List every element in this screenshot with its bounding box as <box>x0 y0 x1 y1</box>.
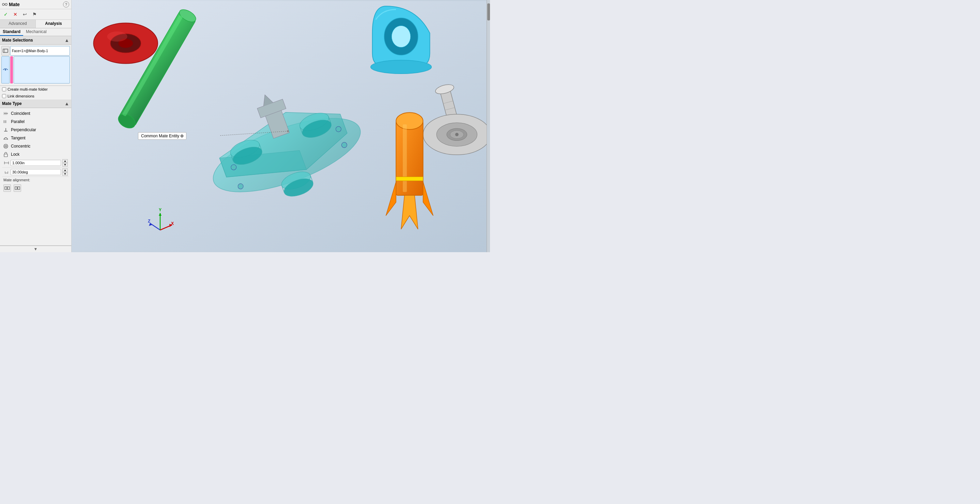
mate-selections-header[interactable]: Mate Selections ▲ <box>0 36 71 45</box>
perpendicular-label: Perpendicular <box>11 127 36 132</box>
svg-line-71 <box>150 223 160 230</box>
multi-mate-checkbox[interactable] <box>2 87 6 91</box>
dim-up-1[interactable]: ▲ <box>62 159 68 163</box>
red-washer <box>93 23 158 64</box>
mate-sel-input-2[interactable] <box>14 56 70 83</box>
dim-up-2[interactable]: ▲ <box>62 169 68 172</box>
parallel-icon <box>3 119 9 125</box>
mate-selections-area: Face<1>@Main Body-1 <box>0 45 71 86</box>
mate-icon <box>2 2 8 7</box>
mate-sel-icon-2 <box>2 56 10 83</box>
panel-title: Mate <box>2 2 20 7</box>
align-icon-2[interactable] <box>14 184 21 192</box>
svg-point-16 <box>5 146 6 146</box>
right-scroll-thumb[interactable] <box>487 3 490 21</box>
viewport-svg <box>72 0 487 252</box>
undo-button[interactable]: ↩ <box>21 10 29 18</box>
mate-alignment-label: Mate alignment: <box>3 178 30 182</box>
lock-icon <box>3 151 9 157</box>
svg-text:Y: Y <box>159 208 162 212</box>
panel-header: Mate ? <box>0 0 71 9</box>
dim-icon-1 <box>3 160 9 166</box>
coincident-icon <box>3 110 9 116</box>
svg-point-0 <box>2 3 5 5</box>
mate-type-collapse-icon: ▲ <box>64 101 69 107</box>
cme-label-text: Common Mate Entity <box>141 134 179 138</box>
checkbox-multi-mate: Create multi-mate folder <box>0 86 71 93</box>
mate-type-label: Mate Type <box>2 101 22 106</box>
panel-toolbar: ✓ ✕ ↩ ⚑ <box>0 9 71 20</box>
mate-type-perpendicular[interactable]: Perpendicular <box>2 126 69 134</box>
dim-input-1[interactable] <box>11 160 61 166</box>
subtab-mechanical[interactable]: Mechanical <box>23 28 49 36</box>
mate-sel-icon-1 <box>2 46 10 56</box>
cancel-button[interactable]: ✕ <box>11 10 20 18</box>
mate-type-section: Coincident Parallel Perpendicular <box>0 108 71 246</box>
svg-point-1 <box>5 3 7 5</box>
scroll-down-icon: ▼ <box>34 247 38 251</box>
link-dim-label: Link dimensions <box>8 94 34 98</box>
top-tabs: Advanced Analysis <box>0 20 71 28</box>
svg-rect-69 <box>403 124 407 192</box>
dim-icon-2 <box>3 169 9 175</box>
svg-marker-75 <box>159 213 162 216</box>
subtab-standard[interactable]: Standard <box>0 28 23 36</box>
concentric-label: Concentric <box>11 144 30 149</box>
dim-spinner-1: ▲ ▼ <box>62 159 68 167</box>
scroll-down-area[interactable]: ▼ <box>0 246 71 252</box>
svg-point-66 <box>455 133 459 136</box>
axis-indicator: Z Y X <box>146 206 174 234</box>
main-viewport: Common Mate Entity Z Y X <box>72 0 487 252</box>
mate-type-tangent[interactable]: Tangent <box>2 134 69 142</box>
cme-diamond-icon <box>180 134 184 138</box>
dim-input-2[interactable] <box>11 169 61 175</box>
mate-type-coincident[interactable]: Coincident <box>2 110 69 118</box>
flag-button[interactable]: ⚑ <box>30 10 39 18</box>
mate-alignment-row: Mate alignment: <box>2 177 69 183</box>
svg-rect-3 <box>3 49 8 52</box>
panel-title-text: Mate <box>9 2 20 7</box>
svg-point-53 <box>391 25 410 47</box>
cme-connector-dot <box>287 130 289 132</box>
tangent-icon <box>3 135 9 141</box>
checkbox-link-dim: Link dimensions <box>0 93 71 100</box>
tangent-label: Tangent <box>11 136 25 140</box>
svg-point-54 <box>371 60 432 74</box>
help-button[interactable]: ? <box>63 2 69 8</box>
mate-sel-row-2 <box>2 56 70 83</box>
left-panel: Mate ? ✓ ✕ ↩ ⚑ Advanced Analysis Standar… <box>0 0 72 252</box>
dim-down-2[interactable]: ▼ <box>62 172 68 176</box>
accept-button[interactable]: ✓ <box>2 10 10 18</box>
mate-type-concentric[interactable]: Concentric <box>2 142 69 150</box>
dimension-row-2: ▲ ▼ <box>2 168 69 177</box>
link-dim-checkbox[interactable] <box>2 94 6 98</box>
right-scrollbar[interactable] <box>487 0 490 252</box>
svg-point-68 <box>396 113 423 129</box>
mate-selections-label: Mate Selections <box>2 38 33 43</box>
mate-sel-row-1: Face<1>@Main Body-1 <box>2 46 70 56</box>
dim-down-1[interactable]: ▼ <box>62 163 68 167</box>
mate-type-parallel[interactable]: Parallel <box>2 118 69 126</box>
concentric-icon <box>3 143 9 149</box>
tab-analysis[interactable]: Analysis <box>36 20 71 28</box>
svg-rect-17 <box>4 154 8 157</box>
collapse-icon: ▲ <box>64 38 69 43</box>
svg-rect-24 <box>8 187 10 189</box>
sub-tabs: Standard Mechanical <box>0 28 71 36</box>
svg-text:X: X <box>171 221 174 226</box>
svg-text:Z: Z <box>148 219 150 224</box>
pink-bar <box>10 56 13 83</box>
mate-type-lock[interactable]: Lock <box>2 150 69 159</box>
mate-type-header[interactable]: Mate Type ▲ <box>0 100 71 108</box>
svg-rect-70 <box>396 177 423 181</box>
parallel-label: Parallel <box>11 119 24 124</box>
svg-rect-67 <box>396 121 423 195</box>
coincident-label: Coincident <box>11 111 30 116</box>
mate-sel-input-1[interactable]: Face<1>@Main Body-1 <box>10 46 70 56</box>
tab-advanced[interactable]: Advanced <box>0 20 36 28</box>
align-icon-1[interactable] <box>3 184 11 192</box>
cme-label[interactable]: Common Mate Entity <box>138 132 186 140</box>
alignment-icons <box>2 183 69 193</box>
svg-rect-27 <box>18 187 20 189</box>
dim-spinner-2: ▲ ▼ <box>62 169 68 176</box>
